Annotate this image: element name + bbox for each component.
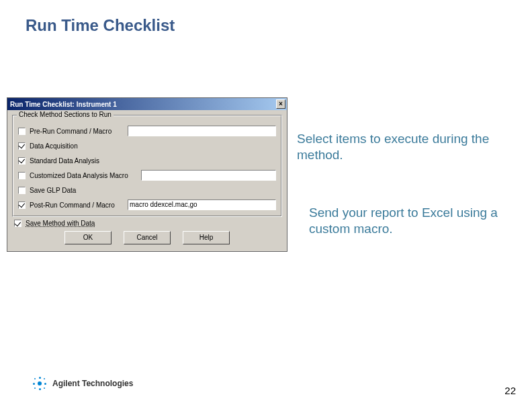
field-postrun[interactable]: macro ddexcel.mac,go [128, 199, 276, 210]
row-data-acq: Data Acquisition [18, 138, 276, 153]
checkbox-postrun[interactable] [18, 201, 26, 209]
close-button[interactable]: × [276, 99, 285, 109]
label-prerun: Pre-Run Command / Macro [30, 128, 124, 135]
dialog-buttons: OK Cancel Help [7, 231, 287, 244]
label-glp: Save GLP Data [30, 187, 124, 194]
agilent-logo: Agilent Technologies [32, 376, 133, 391]
row-prerun: Pre-Run Command / Macro [18, 124, 276, 138]
label-std-analysis: Standard Data Analysis [30, 157, 124, 165]
checkbox-std-analysis[interactable] [18, 157, 26, 165]
runtime-checklist-dialog: Run Time Checklist: Instrument 1 × Check… [7, 97, 287, 252]
group-label: Check Method Sections to Run [17, 111, 114, 118]
row-postrun: Post-Run Command / Macro macro ddexcel.m… [18, 197, 276, 212]
checkbox-data-acq[interactable] [18, 142, 26, 150]
cancel-button[interactable]: Cancel [124, 231, 171, 244]
page-number: 22 [504, 385, 516, 396]
row-custom-analysis: Customized Data Analysis Macro [18, 168, 276, 183]
row-std-analysis: Standard Data Analysis [18, 153, 276, 168]
checkbox-glp[interactable] [18, 187, 26, 194]
logo-text: Agilent Technologies [52, 379, 133, 388]
row-save-with-data: Save Method with Data [14, 220, 280, 227]
dialog-titlebar: Run Time Checklist: Instrument 1 × [7, 98, 287, 110]
checkbox-custom-analysis[interactable] [18, 172, 26, 179]
field-prerun[interactable] [128, 126, 276, 136]
label-data-acq: Data Acquisition [30, 142, 124, 150]
field-custom-analysis[interactable] [141, 170, 276, 181]
dialog-title: Run Time Checklist: Instrument 1 [10, 101, 117, 108]
label-postrun: Post-Run Command / Macro [30, 201, 124, 209]
row-glp: Save GLP Data [18, 183, 276, 197]
agilent-spark-icon [32, 376, 47, 391]
callout-select-items: Select items to execute during the metho… [297, 131, 519, 163]
label-save-with-data: Save Method with Data [26, 220, 95, 227]
checkbox-save-with-data[interactable] [14, 220, 21, 227]
callout-excel-macro: Send your report to Excel using a custom… [309, 205, 511, 237]
checkbox-prerun[interactable] [18, 128, 26, 135]
help-button[interactable]: Help [183, 231, 230, 244]
slide-title: Run Time Checklist [26, 16, 175, 35]
ok-button[interactable]: OK [64, 231, 112, 244]
label-custom-analysis: Customized Data Analysis Macro [30, 172, 137, 179]
method-sections-group: Check Method Sections to Run Pre-Run Com… [12, 115, 282, 217]
